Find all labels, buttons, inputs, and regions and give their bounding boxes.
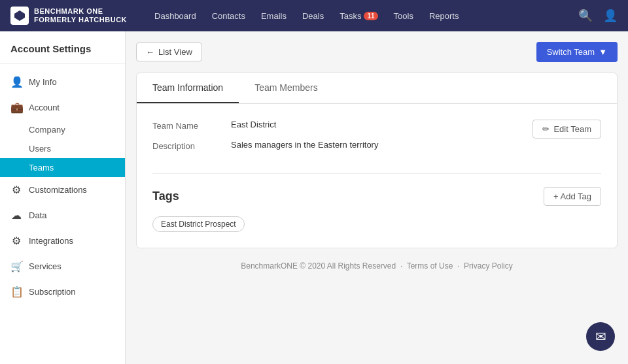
sidebar-section: 👤 My Info 💼 Account Company Users Teams … (0, 64, 125, 310)
team-card: Team Information Team Members Team Name … (136, 73, 618, 248)
footer: BenchmarkONE © 2020 All Rights Reserved … (136, 248, 618, 284)
footer-sep1: · (400, 261, 402, 271)
sidebar-item-integrations[interactable]: ⚙ Integrations (0, 228, 125, 254)
sidebar-item-label: Integrations (29, 236, 73, 246)
svg-marker-0 (14, 10, 25, 21)
user-icon[interactable]: 👤 (603, 8, 618, 23)
switch-team-button[interactable]: Switch Team ▼ (536, 42, 618, 62)
description-value: Sales managers in the Eastern territory (231, 140, 378, 150)
name-value: East District (231, 120, 276, 129)
form-row-description: Description Sales managers in the Easter… (152, 140, 532, 151)
top-nav: BENCHMARK ONE FORMERLY HATCHBUCK Dashboa… (0, 0, 628, 31)
nav-tasks[interactable]: Tasks 11 (333, 7, 384, 25)
nav-icons: 🔍 👤 (578, 8, 618, 23)
footer-terms[interactable]: Terms of Use (407, 261, 453, 271)
briefcase-icon: 💼 (10, 101, 22, 114)
sidebar-item-label: Account (29, 103, 60, 112)
content-topbar: ← List View Switch Team ▼ (136, 42, 618, 62)
nav-reports[interactable]: Reports (423, 7, 466, 25)
tags-title: Tags (152, 190, 179, 203)
footer-privacy[interactable]: Privacy Policy (464, 261, 513, 271)
back-button[interactable]: ← List View (136, 42, 202, 61)
chat-button[interactable]: ✉ (586, 322, 615, 351)
sidebar-item-label: Customizations (29, 185, 87, 195)
cloud-icon: ☁ (10, 209, 22, 222)
sidebar-sub-users[interactable]: Users (0, 139, 125, 158)
sidebar: Account Settings 👤 My Info 💼 Account Com… (0, 31, 126, 364)
nav-emails[interactable]: Emails (254, 7, 293, 25)
logo-icon (10, 7, 29, 25)
sidebar-item-my-info[interactable]: 👤 My Info (0, 69, 125, 95)
sidebar-item-customizations[interactable]: ⚙ Customizations (0, 177, 125, 203)
arrow-left-icon: ← (146, 47, 154, 57)
mail-icon: ✉ (595, 329, 606, 344)
footer-copyright: BenchmarkONE © 2020 All Rights Reserved (241, 261, 396, 271)
sidebar-item-data[interactable]: ☁ Data (0, 203, 125, 228)
sidebar-sub-account: Company Users Teams (0, 120, 125, 177)
form-row-name: Team Name East District (152, 120, 532, 131)
back-label: List View (158, 47, 192, 57)
nav-dashboard[interactable]: Dashboard (148, 7, 203, 25)
logo: BENCHMARK ONE FORMERLY HATCHBUCK (10, 7, 127, 25)
footer-sep2: · (457, 261, 459, 271)
search-icon[interactable]: 🔍 (578, 8, 593, 23)
sidebar-item-label: Data (29, 210, 46, 220)
layout: Account Settings 👤 My Info 💼 Account Com… (0, 31, 628, 364)
nav-deals[interactable]: Deals (296, 7, 330, 25)
sidebar-sub-teams[interactable]: Teams (0, 158, 125, 177)
sidebar-sub-company[interactable]: Company (0, 120, 125, 139)
logo-name: BENCHMARK ONE (34, 7, 127, 16)
sidebar-item-label: Services (29, 261, 61, 271)
logo-sub: FORMERLY HATCHBUCK (34, 16, 127, 24)
switch-team-label: Switch Team (547, 47, 595, 57)
subscription-icon: 📋 (10, 286, 22, 298)
nav-tools[interactable]: Tools (387, 7, 420, 25)
cart-icon: 🛒 (10, 260, 22, 273)
chevron-down-icon: ▼ (599, 47, 607, 57)
sidebar-header: Account Settings (0, 31, 125, 64)
add-tag-button[interactable]: + Add Tag (544, 187, 601, 206)
tasks-badge: 11 (364, 12, 377, 20)
tags-list: East District Prospect (152, 216, 601, 232)
sidebar-item-label: My Info (29, 77, 57, 87)
integrations-icon: ⚙ (10, 235, 22, 247)
tab-team-information[interactable]: Team Information (137, 73, 239, 103)
person-icon: 👤 (10, 76, 22, 88)
tab-team-members[interactable]: Team Members (239, 73, 333, 103)
sidebar-item-account[interactable]: 💼 Account (0, 95, 125, 120)
pencil-icon: ✏ (542, 124, 550, 134)
description-label: Description (152, 140, 231, 151)
tag-item[interactable]: East District Prospect (152, 216, 245, 232)
tags-header: Tags + Add Tag (152, 187, 601, 206)
nav-contacts[interactable]: Contacts (205, 7, 252, 25)
divider (152, 173, 601, 174)
name-label: Team Name (152, 120, 231, 131)
tab-content-team-info: Team Name East District Description Sale… (137, 104, 617, 248)
edit-label: Edit Team (553, 124, 591, 134)
nav-links: Dashboard Contacts Emails Deals Tasks 11… (148, 7, 563, 25)
sidebar-item-subscription[interactable]: 📋 Subscription (0, 279, 125, 305)
main-content: ← List View Switch Team ▼ Team Informati… (126, 31, 628, 364)
edit-team-button[interactable]: ✏ Edit Team (532, 120, 601, 139)
gear-icon: ⚙ (10, 184, 22, 196)
sidebar-item-services[interactable]: 🛒 Services (0, 254, 125, 279)
tabs: Team Information Team Members (137, 73, 617, 104)
sidebar-item-label: Subscription (29, 287, 76, 297)
